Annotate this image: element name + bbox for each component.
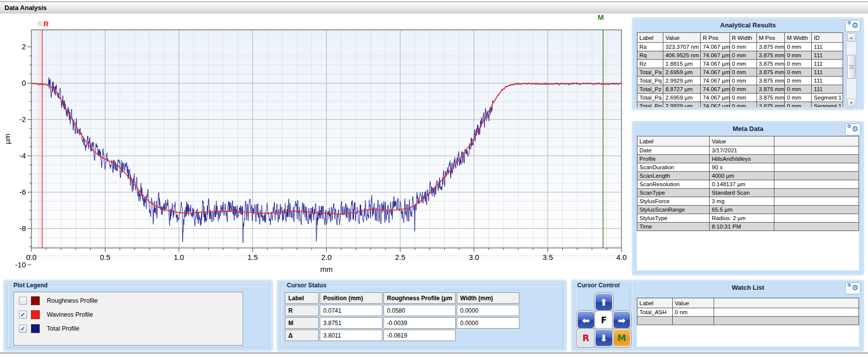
table-cell: Rq xyxy=(637,51,663,60)
table-row: StylusTypeRadius: 2 µm xyxy=(637,214,859,223)
scroll-down-button[interactable]: ▼ xyxy=(847,99,856,107)
gear-icon: ⚙ xyxy=(852,21,859,29)
meta-data-settings-button[interactable]: ⚙ ⚙ xyxy=(845,123,861,135)
column-header[interactable]: Value xyxy=(673,298,714,308)
column-header[interactable]: Label xyxy=(285,292,319,304)
cursor-left-button[interactable]: ⬅ xyxy=(577,311,595,329)
table-cell xyxy=(774,214,859,223)
table-cell: 74.067 µm xyxy=(701,60,730,68)
table-cell xyxy=(774,155,859,163)
m-cursor-label[interactable]: M xyxy=(598,13,604,21)
column-header[interactable]: M Pos xyxy=(756,33,784,43)
cursor-control-group: Cursor Control ⬆⬅F➡R⬇M xyxy=(572,280,633,351)
table-cell: Δ xyxy=(285,330,319,341)
legend-item-label: Total Profile xyxy=(47,325,79,332)
table-cell xyxy=(714,317,859,325)
table-cell: 0 mm xyxy=(785,51,812,60)
analytical-results-scrollbar[interactable]: ▲ ▼ xyxy=(846,32,857,108)
table-cell: 3.8011 xyxy=(320,330,382,341)
table-cell xyxy=(774,180,859,189)
analytical-results-settings-button[interactable]: ⚙ ⚙ xyxy=(845,20,861,32)
table-cell: 0 mm xyxy=(785,60,812,68)
column-header[interactable]: Width (mm) xyxy=(457,292,519,304)
table-row: Total_Pq2.9929 µm74.067 µm0 mm3.875 mm0 … xyxy=(637,102,843,108)
table-row: Total_Pa2.6959 µm74.067 µm0 mm3.875 mm0 … xyxy=(637,94,843,102)
table-row: Rq406.9525 nm74.067 µm0 mm3.875 mm0 mm11… xyxy=(637,51,843,60)
profile-chart[interactable]: 0.00.51.01.52.02.53.03.54.020-2-4-6-8-10… xyxy=(0,13,628,278)
table-cell: 0 mm xyxy=(785,77,812,85)
meta-data-panel: Meta Data ⚙ ⚙ LabelValueDate3/17/2021Pro… xyxy=(632,121,864,275)
x-tick-label: 2.5 xyxy=(395,253,405,261)
column-header[interactable]: Label xyxy=(637,33,663,43)
table-cell: Total_Pz xyxy=(637,85,663,94)
column-header[interactable]: Label xyxy=(637,298,673,308)
table-cell xyxy=(774,163,859,172)
cursor-r-button[interactable]: R xyxy=(577,329,595,347)
meta-data-title: Meta Data xyxy=(633,125,863,132)
table-cell: 406.9525 nm xyxy=(663,51,701,60)
y-axis-label: µm xyxy=(3,133,11,144)
table-cell: ScanResolution xyxy=(637,180,710,189)
table-cell: Standard Scan xyxy=(710,189,774,197)
r-cursor-label[interactable]: R xyxy=(43,19,49,28)
table-cell xyxy=(637,317,673,325)
plot-legend-group: Plot Legend Roughness Profile✓Waviness P… xyxy=(4,280,272,351)
table-cell: 65.5 µm xyxy=(710,206,774,214)
table-row: ScanDuration90 s xyxy=(637,163,859,172)
column-header[interactable] xyxy=(774,136,859,146)
table-cell: Total_ASH xyxy=(637,308,673,317)
column-header[interactable] xyxy=(714,298,859,308)
column-header[interactable]: R Pos xyxy=(701,33,730,43)
chevron-down-icon[interactable]: ▼ xyxy=(449,296,453,300)
r-cursor-ghost-label: R xyxy=(37,19,43,28)
legend-checkbox[interactable]: ✓ xyxy=(19,325,27,333)
table-row: Rz1.8815 µm74.067 µm0 mm3.875 mm0 mm111 xyxy=(637,60,843,68)
table-cell xyxy=(774,172,859,180)
table-cell: 111 xyxy=(812,43,843,51)
column-header[interactable]: Label xyxy=(637,136,710,146)
column-header[interactable]: Position (mm) xyxy=(320,292,382,304)
table-cell xyxy=(457,330,519,341)
y-tick-label: -10 xyxy=(15,260,26,269)
column-header[interactable]: Roughness Profile (µm▼ xyxy=(383,292,456,304)
column-header[interactable]: R Width xyxy=(730,33,756,43)
table-row: ScanResolution0.148137 µm xyxy=(637,180,859,189)
scroll-up-button[interactable]: ▲ xyxy=(847,33,856,42)
table-cell: 0 mm xyxy=(730,43,756,51)
table-cell: Profile xyxy=(637,155,710,163)
table-cell xyxy=(714,308,859,317)
table-cell: Time xyxy=(637,223,710,231)
chart-canvas[interactable]: 0.00.51.01.52.02.53.03.54.020-2-4-6-8-10… xyxy=(0,13,628,278)
table-cell: Segment 1 xyxy=(812,102,843,108)
table-cell: 0 mm xyxy=(730,94,756,102)
table-row: ScanLength4000 µm xyxy=(637,172,859,180)
legend-checkbox[interactable] xyxy=(19,297,27,305)
column-header[interactable]: ID xyxy=(812,33,843,43)
watch-list-title: Watch List xyxy=(633,284,863,291)
cursor-up-button[interactable]: ⬆ xyxy=(595,293,613,311)
x-tick-label: 1.0 xyxy=(174,253,184,261)
cursor-down-button[interactable]: ⬇ xyxy=(595,329,613,347)
watch-list-settings-button[interactable]: ⚙ ⚙ xyxy=(845,282,861,294)
cursor-m-button[interactable]: M xyxy=(613,329,631,347)
table-cell: 0.148137 µm xyxy=(710,180,774,189)
y-tick-label: -4 xyxy=(19,151,26,160)
column-header[interactable]: M Width xyxy=(785,33,812,43)
cursor-fine-button[interactable]: F xyxy=(595,311,613,329)
legend-checkbox[interactable]: ✓ xyxy=(19,311,27,319)
bottom-divider xyxy=(0,353,868,354)
legend-item: Roughness Profile xyxy=(19,296,98,305)
y-tick-label: -8 xyxy=(19,224,26,233)
column-header[interactable]: Value xyxy=(663,33,701,43)
x-tick-label: 3.5 xyxy=(542,253,553,261)
column-header[interactable]: Value xyxy=(710,136,774,146)
table-cell: 3 mg xyxy=(710,197,774,206)
meta-data-table: LabelValueDate3/17/2021ProfileHillsAndVa… xyxy=(637,136,859,270)
cursor-right-button[interactable]: ➡ xyxy=(613,311,631,329)
scrollbar-thumb[interactable] xyxy=(847,55,856,79)
x-tick-label: 1.5 xyxy=(248,253,258,261)
table-cell: 0 mm xyxy=(730,102,756,108)
x-tick-label: 2.0 xyxy=(321,253,332,261)
table-cell: 3.875 mm xyxy=(756,102,784,108)
table-cell: Segment 1 xyxy=(812,94,843,102)
